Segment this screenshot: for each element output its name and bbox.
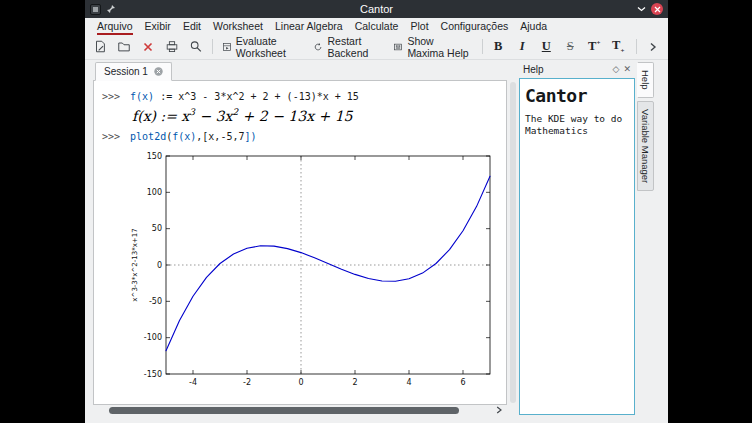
help-panel-body: Cantor The KDE way to do Mathematics [519, 78, 635, 415]
worksheet-column: Session 1 >>> f(x) := x^3 - 3*x^2 + 2 + … [93, 60, 507, 415]
svg-text:0: 0 [298, 378, 303, 387]
tab-variable-manager[interactable]: Variable Manager [637, 101, 654, 191]
scrollbar-track[interactable] [95, 406, 491, 414]
new-worksheet-button[interactable] [89, 36, 111, 58]
superscript-button[interactable]: T+ [583, 36, 605, 58]
toolbar-separator [482, 39, 483, 54]
menu-worksheet[interactable]: Worksheet [207, 19, 269, 34]
svg-text:4: 4 [406, 378, 411, 387]
close-worksheet-button[interactable] [137, 36, 159, 58]
menu-calculate[interactable]: Calculate [349, 19, 405, 34]
vertical-scrollbar[interactable] [509, 60, 517, 415]
plot-image: -4-20246-150-100-50050100150x^3-3*x^2-13… [126, 148, 498, 398]
toolbar-separator [212, 39, 213, 54]
window-title: Cantor [121, 3, 632, 15]
help-text: The KDE way to do Mathematics [525, 113, 629, 138]
svg-text:-150: -150 [144, 369, 162, 378]
underline-button[interactable]: U [535, 36, 557, 58]
worksheet-canvas[interactable]: >>> f(x) := x^3 - 3*x^2 + 2 + (-13)*x + … [93, 80, 507, 405]
help-panel: Help ◇ ✕ Cantor The KDE way to do Mathem… [519, 60, 635, 415]
command-entry-1[interactable]: >>> f(x) := x^3 - 3*x^2 + 2 + (-13)*x + … [102, 91, 506, 102]
svg-text:-100: -100 [144, 333, 162, 342]
svg-text:2: 2 [352, 378, 357, 387]
menu-exibir[interactable]: Exibir [139, 19, 177, 34]
open-icon [117, 39, 131, 54]
zoom-button[interactable] [185, 36, 207, 58]
help-panel-title: Help [523, 64, 609, 75]
svg-text:0: 0 [157, 260, 162, 269]
horizontal-scrollbar[interactable] [93, 405, 507, 415]
delete-icon [141, 40, 155, 54]
restart-icon [313, 40, 323, 54]
dock-close-icon[interactable]: ✕ [623, 65, 631, 74]
print-icon [165, 39, 179, 54]
evaluate-label: Evaluate Worksheet [236, 35, 304, 59]
scroll-right-button[interactable] [493, 406, 505, 414]
bold-button[interactable]: B [487, 36, 509, 58]
menu-configuracoes[interactable]: Configurações [435, 19, 515, 34]
restart-backend-button[interactable]: Restart Backend [309, 36, 387, 58]
help-panel-header[interactable]: Help ◇ ✕ [519, 60, 635, 78]
rendered-math-output: f(x) := x3 − 3x2 + 2 − 13x + 15 [132, 107, 506, 124]
maxima-help-label: Show Maxima Help [407, 35, 472, 59]
command-text-2: plot2d(f(x),[x,-5,7]) [130, 131, 256, 142]
dock-tab-strip: Help Variable Manager [637, 60, 654, 415]
help-heading: Cantor [525, 85, 629, 106]
svg-text:x^3-3*x^2-13*x+17: x^3-3*x^2-13*x+17 [131, 228, 139, 301]
chevron-down-icon[interactable] [637, 6, 646, 12]
toolbar-separator [636, 39, 637, 54]
main-area: Session 1 >>> f(x) := x^3 - 3*x^2 + 2 + … [85, 60, 668, 423]
toolbar-overflow-button[interactable] [642, 36, 664, 58]
scrollbar-thumb[interactable] [109, 407, 459, 414]
open-button[interactable] [113, 36, 135, 58]
session-tabbar: Session 1 [93, 60, 507, 80]
session-tab-label: Session 1 [104, 66, 148, 77]
cantor-window: Cantor Arquivo Exibir Edit Worksheet Lin… [85, 0, 668, 423]
svg-text:100: 100 [147, 187, 162, 196]
evaluate-worksheet-button[interactable]: Evaluate Worksheet [218, 36, 308, 58]
restart-label: Restart Backend [327, 35, 383, 59]
pin-icon[interactable] [106, 4, 116, 14]
svg-text:-4: -4 [189, 378, 197, 387]
command-text-1: f(x) := x^3 - 3*x^2 + 2 + (-13)*x + 15 [130, 91, 359, 102]
evaluate-icon [222, 40, 232, 54]
svg-text:50: 50 [152, 224, 162, 233]
tab-close-icon[interactable] [154, 67, 163, 76]
vertical-scrollbar-thumb[interactable] [510, 82, 516, 403]
menu-plot[interactable]: Plot [404, 19, 434, 34]
maxima-help-icon [393, 40, 403, 54]
plot-output: -4-20246-150-100-50050100150x^3-3*x^2-13… [126, 148, 506, 398]
new-worksheet-icon [93, 39, 107, 54]
prompt: >>> [102, 131, 120, 142]
app-icon [90, 4, 101, 15]
menu-edit[interactable]: Edit [177, 19, 207, 34]
zoom-icon [189, 39, 203, 54]
subscript-button[interactable]: T+ [607, 36, 629, 58]
italic-button[interactable]: I [511, 36, 533, 58]
close-icon [654, 6, 661, 13]
scroll-right-icon [496, 406, 502, 414]
tab-help[interactable]: Help [637, 62, 654, 98]
menu-ajuda[interactable]: Ajuda [514, 19, 553, 34]
close-button[interactable] [651, 3, 663, 15]
print-button[interactable] [161, 36, 183, 58]
svg-text:6: 6 [460, 378, 465, 387]
svg-text:-2: -2 [243, 378, 251, 387]
svg-text:-50: -50 [149, 296, 162, 305]
titlebar[interactable]: Cantor [85, 0, 668, 18]
tab-session-1[interactable]: Session 1 [95, 62, 172, 81]
float-icon[interactable]: ◇ [613, 65, 620, 74]
menubar: Arquivo Exibir Edit Worksheet Linear Alg… [85, 18, 668, 34]
menu-arquivo[interactable]: Arquivo [91, 19, 139, 34]
strikethrough-button[interactable]: S [559, 36, 581, 58]
menu-linear-algebra[interactable]: Linear Algebra [269, 19, 349, 34]
command-entry-2[interactable]: >>> plot2d(f(x),[x,-5,7]) [102, 131, 506, 142]
toolbar: Evaluate Worksheet Restart Backend Show … [85, 34, 668, 60]
show-maxima-help-button[interactable]: Show Maxima Help [389, 36, 476, 58]
svg-text:150: 150 [147, 151, 162, 160]
prompt: >>> [102, 91, 120, 102]
overflow-chevron-icon [649, 42, 657, 52]
